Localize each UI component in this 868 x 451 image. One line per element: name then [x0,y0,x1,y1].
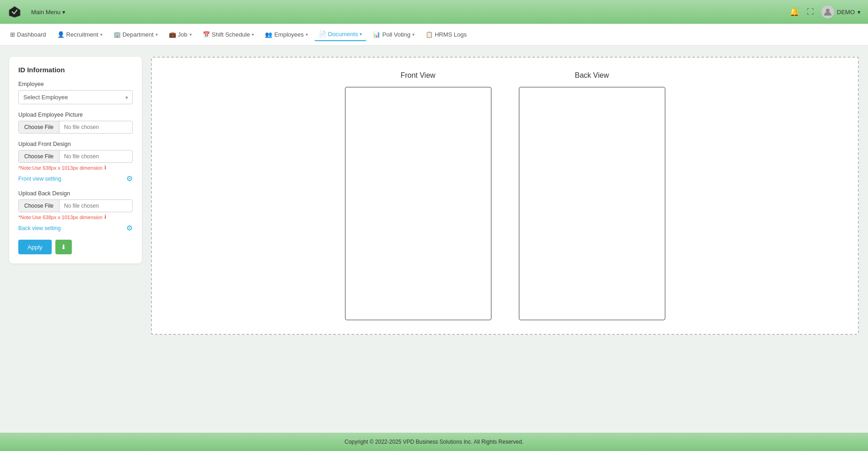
upload-back-input-row: Choose File No file chosen [18,199,133,212]
employee-label: Employee [18,81,133,87]
top-bar-right: 🔔 ⛶ DEMO ▾ [789,5,861,18]
id-preview-area: Front View Back View [151,57,859,335]
top-bar-left: Main Menu ▾ [7,5,65,19]
back-note-info-icon: ℹ [104,214,106,220]
copyright-text: Copyright © 2022-2025 VPD Business Solut… [345,439,523,445]
employee-select[interactable]: Select Employee [18,90,133,104]
nav-bar: ⊞ Dashboard 👤 Recruitment ▾ 🏢 Department… [0,24,868,46]
employee-field-group: Employee Select Employee ▾ [18,81,133,104]
upload-front-input-row: Choose File No file chosen [18,150,133,163]
nav-item-recruitment[interactable]: 👤 Recruitment ▾ [53,28,107,41]
nav-item-poll-voting[interactable]: 📊 Poll Voting ▾ [368,28,419,41]
main-menu-chevron-icon: ▾ [62,9,65,16]
documents-chevron-icon: ▾ [360,32,362,37]
apply-button[interactable]: Apply [18,240,52,254]
user-menu[interactable]: DEMO ▾ [821,5,861,18]
people-icon: 👥 [265,31,272,38]
building-icon: 🏢 [113,31,121,38]
back-view-title: Back View [575,71,609,80]
nav-item-department[interactable]: 🏢 Department ▾ [109,28,162,41]
veract-logo-icon [7,5,22,19]
footer: Copyright © 2022-2025 VPD Business Solut… [0,433,868,451]
front-view-section: Front View [345,71,491,320]
nav-item-employees[interactable]: 👥 Employees ▾ [260,28,312,41]
front-view-title: Front View [400,71,435,80]
front-setting-link-row: Front view setting ⚙ [18,174,133,183]
top-bar: Main Menu ▾ 🔔 ⛶ DEMO ▾ [0,0,868,24]
employees-chevron-icon: ▾ [306,32,308,37]
log-icon: 📋 [426,31,433,38]
upload-front-label: Upload Front Design [18,141,133,147]
upload-picture-input-row: Choose File No file chosen [18,121,133,134]
front-view-card [345,87,491,320]
shift-chevron-icon: ▾ [252,32,254,37]
choose-front-file-button[interactable]: Choose File [19,150,59,162]
poll-chevron-icon: ▾ [412,32,415,37]
briefcase-icon: 💼 [169,31,176,38]
nav-item-shift-schedule[interactable]: 📅 Shift Schedule ▾ [198,28,259,41]
chart-icon: 📊 [373,31,380,38]
choose-picture-file-button[interactable]: Choose File [19,121,59,133]
back-gear-icon[interactable]: ⚙ [126,224,133,232]
grid-icon: ⊞ [10,31,15,38]
upload-picture-label: Upload Employee Picture [18,112,133,118]
upload-back-field-group: Upload Back Design Choose File No file c… [18,190,133,232]
svg-point-1 [826,9,830,12]
nav-item-documents[interactable]: 📄 Documents ▾ [314,28,367,41]
avatar [821,5,834,18]
action-buttons: Apply ⬇ [18,240,133,254]
back-setting-link-row: Back view setting ⚙ [18,224,133,232]
person-icon: 👤 [57,31,65,38]
back-view-setting-link[interactable]: Back view setting [18,225,61,231]
department-chevron-icon: ▾ [156,32,158,37]
back-view-section: Back View [519,71,665,320]
main-content: ID Information Employee Select Employee … [0,46,868,433]
front-view-setting-link[interactable]: Front view setting [18,176,61,182]
back-design-note: *Note:Use 638px x 1013px dimension ℹ [18,214,133,220]
upload-back-label: Upload Back Design [18,190,133,197]
nav-item-hrms-logs[interactable]: 📋 HRMS Logs [421,28,471,41]
upload-front-field-group: Upload Front Design Choose File No file … [18,141,133,183]
upload-picture-field-group: Upload Employee Picture Choose File No f… [18,112,133,134]
recruitment-chevron-icon: ▾ [100,32,102,37]
panel-title: ID Information [18,66,133,74]
front-design-note: *Note:Use 638px x 1013px dimension ℹ [18,165,133,171]
choose-back-file-button[interactable]: Choose File [19,200,59,212]
employee-select-wrapper: Select Employee ▾ [18,90,133,104]
back-file-name: No file chosen [59,200,132,212]
notification-icon[interactable]: 🔔 [789,7,799,17]
calendar-icon: 📅 [203,31,210,38]
picture-file-name: No file chosen [59,121,132,133]
download-icon: ⬇ [61,243,66,251]
logo-area [7,5,22,19]
user-menu-chevron-icon: ▾ [857,9,861,16]
id-information-panel: ID Information Employee Select Employee … [9,57,142,263]
job-chevron-icon: ▾ [189,32,192,37]
svg-marker-0 [9,6,20,17]
fullscreen-icon[interactable]: ⛶ [807,8,814,16]
main-menu[interactable]: Main Menu ▾ [31,9,65,16]
front-gear-icon[interactable]: ⚙ [126,174,133,183]
front-file-name: No file chosen [59,150,132,162]
front-note-info-icon: ℹ [104,165,106,171]
back-view-card [519,87,665,320]
nav-item-dashboard[interactable]: ⊞ Dashboard [5,28,51,41]
nav-item-job[interactable]: 💼 Job ▾ [164,28,196,41]
document-icon: 📄 [319,31,326,38]
download-button[interactable]: ⬇ [55,240,72,254]
